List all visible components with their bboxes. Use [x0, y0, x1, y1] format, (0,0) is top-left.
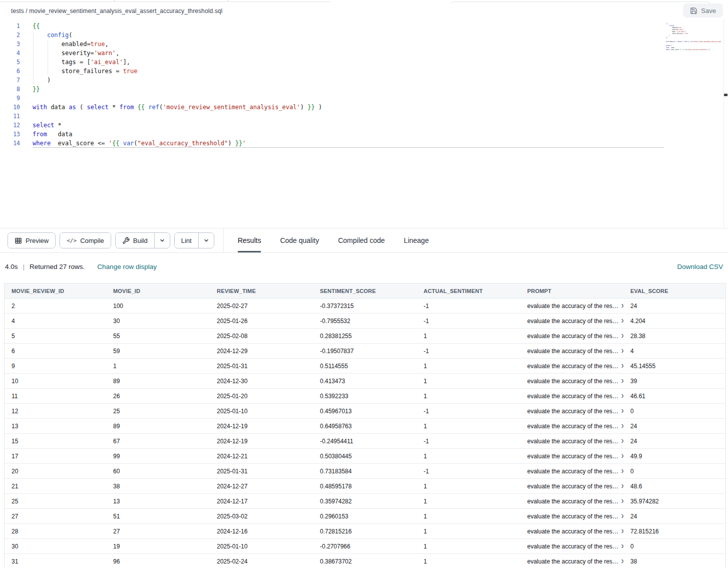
- table-row: 11262025-01-200.53922331evaluate the acc…: [5, 389, 725, 404]
- cell-review_time: 2025-01-10: [210, 408, 313, 415]
- cell-movie_review_id: 5: [5, 333, 106, 340]
- cell-eval_score: 35.974282: [623, 498, 725, 505]
- code-line[interactable]: 14where eval_score <= '{{ var("eval_accu…: [0, 139, 728, 148]
- prompt-text: evaluate the accuracy of the res…: [527, 468, 618, 475]
- indent-guide: [48, 41, 48, 75]
- code-text: store_failures = true: [33, 68, 138, 75]
- editor-scrollbar[interactable]: [723, 19, 728, 228]
- code-line[interactable]: 2 config(: [0, 31, 728, 40]
- results-tab-bar: ResultsCode qualityCompiled codeLineage: [238, 228, 429, 252]
- cell-sentiment_score: -0.19507837: [313, 348, 417, 355]
- cell-sentiment_score: 0.50380445: [313, 453, 417, 460]
- line-number: 6: [0, 67, 20, 76]
- tab-lineage[interactable]: Lineage: [404, 228, 429, 252]
- cell-eval_score: 38: [623, 558, 725, 565]
- table-row: 31962025-02-240.386737021evaluate the ac…: [5, 554, 725, 568]
- cell-eval_score: 4.204: [623, 318, 725, 325]
- code-line[interactable]: 12select *: [0, 121, 728, 130]
- line-number: 14: [0, 139, 20, 148]
- cell-movie_id: 96: [106, 558, 210, 565]
- cell-review_time: 2025-02-27: [210, 303, 313, 310]
- build-button[interactable]: Build: [116, 233, 154, 248]
- query-duration: 4.0s: [5, 263, 18, 270]
- table-row: 5552025-02-080.283812551evaluate the acc…: [5, 329, 725, 344]
- code-line[interactable]: 3 enabled=true,: [0, 40, 728, 49]
- cell-review_time: 2024-12-21: [210, 453, 313, 460]
- prompt-text: evaluate the accuracy of the res…: [527, 558, 618, 565]
- code-line[interactable]: 8}}: [0, 85, 728, 94]
- cell-actual_sentiment: 1: [417, 498, 520, 505]
- cell-actual_sentiment: -1: [417, 408, 520, 415]
- code-text: ): [33, 77, 51, 84]
- chevron-down-icon: [160, 238, 165, 243]
- lint-dropdown-button[interactable]: [199, 233, 214, 248]
- code-text: from data: [33, 131, 72, 138]
- cell-sentiment_score: -0.24954411: [313, 438, 417, 445]
- download-csv-link[interactable]: Download CSV: [677, 263, 723, 270]
- cell-actual_sentiment: 1: [417, 558, 520, 565]
- code-line[interactable]: 1{{: [0, 22, 728, 31]
- code-line[interactable]: 6 store_failures = true: [0, 67, 728, 76]
- line-number: 4: [0, 49, 20, 58]
- tab-results[interactable]: Results: [238, 228, 261, 252]
- cell-actual_sentiment: 1: [417, 528, 520, 535]
- prompt-text: evaluate the accuracy of the res…: [527, 513, 618, 520]
- line-number: 9: [0, 94, 20, 103]
- cell-review_time: 2024-12-27: [210, 483, 313, 490]
- cell-movie_review_id: 25: [5, 498, 106, 505]
- cell-eval_score: 48.6: [623, 483, 725, 490]
- cell-movie_review_id: 13: [5, 423, 106, 430]
- prompt-text: evaluate the accuracy of the res…: [527, 408, 618, 415]
- scrollbar-thumb[interactable]: [724, 94, 727, 96]
- code-line[interactable]: 11: [0, 112, 728, 121]
- code-text: select *: [33, 122, 62, 129]
- code-editor[interactable]: 1{{2 config(3 enabled=true,4 severity='w…: [0, 19, 728, 228]
- cell-prompt: evaluate the accuracy of the res…: [520, 498, 623, 505]
- cell-movie_id: 1: [106, 363, 210, 370]
- column-header-movie_id: MOVIE_ID: [106, 288, 210, 294]
- cell-review_time: 2025-01-10: [210, 543, 313, 550]
- cell-sentiment_score: 0.38673702: [313, 558, 417, 565]
- lint-button[interactable]: Lint: [175, 233, 198, 248]
- line-number: 11: [0, 112, 20, 121]
- cell-eval_score: 28.38: [623, 333, 725, 340]
- cell-eval_score: 24: [623, 303, 725, 310]
- cell-movie_review_id: 10: [5, 378, 106, 385]
- compile-button[interactable]: </> Compile: [60, 232, 111, 248]
- cell-prompt: evaluate the accuracy of the res…: [520, 483, 623, 490]
- cell-eval_score: 4: [623, 348, 725, 355]
- code-line[interactable]: 4 severity='warn',: [0, 49, 728, 58]
- cell-prompt: evaluate the accuracy of the res…: [520, 393, 623, 400]
- cell-prompt: evaluate the accuracy of the res…: [520, 543, 623, 550]
- cell-review_time: 2024-12-19: [210, 423, 313, 430]
- cell-actual_sentiment: 1: [417, 423, 520, 430]
- cell-actual_sentiment: -1: [417, 303, 520, 310]
- cell-sentiment_score: 0.28381255: [313, 333, 417, 340]
- cell-movie_id: 59: [106, 348, 210, 355]
- cell-movie_id: 89: [106, 423, 210, 430]
- code-line[interactable]: 5 tags = ['ai_eval'],: [0, 58, 728, 67]
- cell-movie_id: 13: [106, 498, 210, 505]
- top-tab-strip: [0, 0, 728, 4]
- change-row-display-link[interactable]: Change row display: [97, 263, 157, 270]
- code-line[interactable]: 13from data: [0, 130, 728, 139]
- prompt-text: evaluate the accuracy of the res…: [527, 423, 618, 430]
- column-header-review_time: REVIEW_TIME: [210, 288, 313, 294]
- cell-sentiment_score: -0.7955532: [313, 318, 417, 325]
- cell-movie_review_id: 31: [5, 558, 106, 565]
- preview-button[interactable]: Preview: [8, 232, 56, 248]
- build-dropdown-button[interactable]: [155, 233, 170, 248]
- code-line[interactable]: 9: [0, 94, 728, 103]
- tab-code-quality[interactable]: Code quality: [280, 228, 319, 252]
- tab-compiled-code[interactable]: Compiled code: [338, 228, 385, 252]
- cell-actual_sentiment: 1: [417, 513, 520, 520]
- prompt-text: evaluate the accuracy of the res…: [527, 543, 618, 550]
- cell-actual_sentiment: 1: [417, 543, 520, 550]
- prompt-text: evaluate the accuracy of the res…: [527, 498, 618, 505]
- save-button[interactable]: Save: [683, 4, 723, 18]
- code-line[interactable]: 10with data as ( select * from {{ ref('m…: [0, 103, 728, 112]
- cell-eval_score: 39: [623, 378, 725, 385]
- code-line[interactable]: 7 ): [0, 76, 728, 85]
- cell-movie_review_id: 27: [5, 513, 106, 520]
- cell-sentiment_score: 0.35974282: [313, 498, 417, 505]
